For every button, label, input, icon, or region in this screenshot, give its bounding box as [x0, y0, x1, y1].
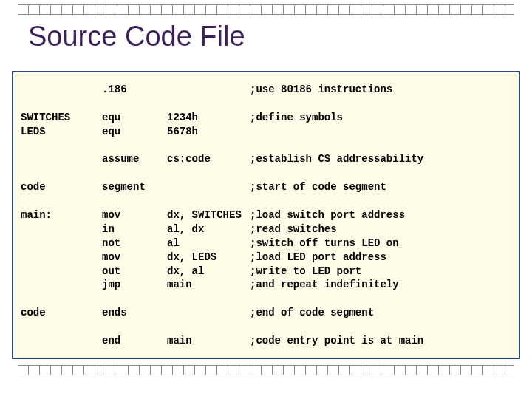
- code-operand: main: [167, 278, 250, 292]
- code-line: outdx, al;write to LED port: [21, 265, 511, 279]
- code-comment: ;code entry point is at main: [250, 335, 423, 347]
- code-opcode: assume: [102, 152, 167, 166]
- code-label: main:: [21, 208, 102, 222]
- code-comment: ;establish CS addressability: [250, 153, 423, 165]
- code-opcode: not: [102, 236, 167, 250]
- code-comment: ;use 80186 instructions: [250, 83, 392, 95]
- code-opcode: mov: [102, 250, 167, 265]
- code-line: codesegment;start of code segment: [21, 180, 511, 194]
- code-line: jmpmain;and repeat indefinitely: [21, 278, 511, 292]
- code-line: SWITCHESequ1234h;define symbols: [21, 111, 511, 125]
- code-line: [21, 292, 511, 306]
- code-label: LEDS: [21, 125, 102, 139]
- code-comment: ;write to LED port: [250, 265, 361, 277]
- code-listing-box: .186;use 80186 instructionsSWITCHESequ12…: [12, 71, 520, 359]
- code-line: [21, 320, 511, 334]
- code-comment: ;load LED port address: [250, 251, 386, 263]
- code-operand: cs:code: [167, 152, 250, 166]
- code-opcode: equ: [102, 111, 167, 125]
- code-opcode: mov: [102, 208, 167, 222]
- code-label: code: [21, 306, 102, 320]
- code-opcode: .186: [102, 83, 167, 97]
- code-comment: ;load switch port address: [250, 209, 405, 221]
- code-comment: ;define symbols: [250, 112, 343, 123]
- code-line: [21, 97, 511, 111]
- code-comment: ;start of code segment: [250, 181, 386, 193]
- code-comment: ;switch off turns LED on: [250, 237, 399, 249]
- code-line: main:movdx, SWITCHES;load switch port ad…: [21, 208, 511, 222]
- code-opcode: segment: [102, 180, 167, 194]
- slide-title: Source Code File: [28, 21, 245, 52]
- code-operand: dx, LEDS: [167, 250, 250, 265]
- code-line: LEDSequ5678h: [21, 125, 511, 139]
- code-line: endmain;code entry point is at main: [21, 334, 511, 348]
- code-comment: ;read switches: [250, 223, 337, 235]
- code-opcode: equ: [102, 125, 167, 139]
- code-comment: ;and repeat indefinitely: [250, 279, 399, 290]
- code-opcode: ends: [102, 306, 167, 320]
- code-line: .186;use 80186 instructions: [21, 83, 511, 97]
- code-comment: ;end of code segment: [250, 307, 374, 318]
- code-operand: al, dx: [167, 222, 250, 236]
- slide-top-rule: [18, 4, 514, 15]
- code-line: notal;switch off turns LED on: [21, 236, 511, 250]
- code-operand: al: [167, 236, 250, 250]
- code-opcode: end: [102, 334, 167, 348]
- code-line: codeends;end of code segment: [21, 306, 511, 320]
- code-opcode: jmp: [102, 278, 167, 292]
- code-listing: .186;use 80186 instructionsSWITCHESequ12…: [21, 83, 511, 348]
- code-line: [21, 194, 511, 208]
- code-line: [21, 139, 511, 153]
- code-line: [21, 166, 511, 180]
- code-operand: 1234h: [167, 111, 250, 125]
- code-line: inal, dx;read switches: [21, 222, 511, 236]
- code-label: SWITCHES: [21, 111, 102, 125]
- code-line: movdx, LEDS;load LED port address: [21, 250, 511, 265]
- code-operand: main: [167, 334, 250, 348]
- code-operand: dx, SWITCHES: [167, 208, 250, 222]
- code-label: code: [21, 180, 102, 194]
- code-operand: 5678h: [167, 125, 250, 139]
- code-opcode: out: [102, 265, 167, 279]
- code-operand: dx, al: [167, 265, 250, 279]
- code-opcode: in: [102, 222, 167, 236]
- slide-bottom-rule: [18, 365, 514, 375]
- code-line: assumecs:code;establish CS addressabilit…: [21, 152, 511, 166]
